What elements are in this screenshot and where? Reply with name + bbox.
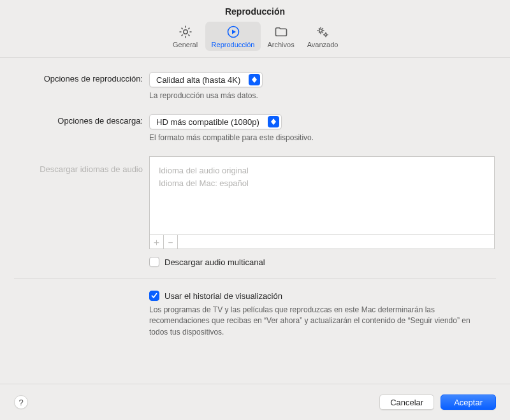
plus-icon: ＋	[152, 237, 161, 247]
tab-label: Avanzado	[307, 41, 339, 48]
download-options-label: Opciones de descarga:	[14, 114, 149, 126]
minus-icon: －	[166, 237, 175, 247]
play-circle-icon	[226, 24, 241, 40]
question-mark-icon: ?	[18, 398, 23, 407]
use-history-checkbox[interactable]	[149, 291, 159, 301]
list-item: Idioma del Mac: español	[159, 177, 485, 190]
folder-icon	[273, 24, 289, 40]
cancel-button[interactable]: Cancelar	[379, 395, 434, 410]
select-value: HD más compatible (1080p)	[150, 117, 266, 127]
select-value: Calidad alta (hasta 4K)	[150, 75, 247, 85]
add-language-button[interactable]: ＋	[150, 235, 164, 249]
playback-options-label: Opciones de reproducción:	[14, 72, 149, 83]
download-hint: El formato más compatible para este disp…	[149, 133, 496, 142]
tab-files[interactable]: Archivos	[261, 22, 300, 51]
chevron-updown-icon	[268, 116, 279, 127]
use-history-description: Los programas de TV y las películas que …	[149, 305, 481, 338]
svg-point-3	[324, 34, 327, 36]
svg-point-0	[183, 30, 187, 34]
list-item: Idioma del audio original	[159, 164, 485, 177]
audio-languages-label: Descargar idiomas de audio	[14, 156, 149, 175]
accept-button[interactable]: Aceptar	[441, 395, 496, 410]
tab-label: Reproducción	[212, 41, 255, 48]
tab-playback[interactable]: Reproducción	[205, 22, 261, 51]
preference-tabs: General Reproducción Archivos Avanz	[0, 20, 510, 58]
tab-general[interactable]: General	[166, 22, 205, 51]
gear-icon	[178, 24, 193, 40]
chevron-updown-icon	[249, 74, 260, 85]
remove-language-button[interactable]: －	[164, 235, 178, 249]
gears-icon	[315, 24, 330, 40]
download-quality-select[interactable]: HD más compatible (1080p)	[149, 114, 282, 129]
divider	[14, 279, 496, 279]
multichannel-checkbox[interactable]	[149, 257, 159, 267]
svg-point-2	[319, 29, 323, 33]
playback-hint: La reproducción usa más datos.	[149, 91, 496, 100]
tab-advanced[interactable]: Avanzado	[301, 22, 345, 51]
tab-label: Archivos	[267, 41, 294, 48]
multichannel-label: Descargar audio multicanal	[164, 257, 265, 267]
help-button[interactable]: ?	[14, 395, 28, 409]
tab-label: General	[173, 41, 198, 48]
playback-quality-select[interactable]: Calidad alta (hasta 4K)	[149, 72, 263, 87]
audio-languages-list[interactable]: Idioma del audio original Idioma del Mac…	[149, 156, 495, 249]
listbox-content: Idioma del audio original Idioma del Mac…	[150, 157, 494, 235]
window-title: Reproducción	[0, 0, 510, 20]
use-history-label: Usar el historial de visualización	[164, 291, 282, 301]
